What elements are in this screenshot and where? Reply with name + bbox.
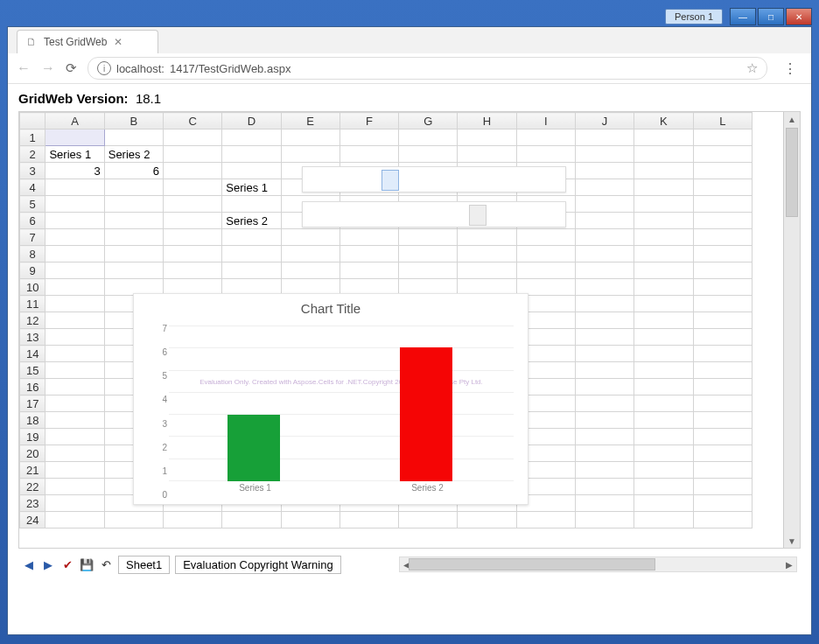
row-header[interactable]: 20 xyxy=(20,445,46,462)
cell-A19[interactable] xyxy=(46,429,104,445)
cell-I7[interactable] xyxy=(516,229,575,246)
prev-sheet-button[interactable]: ◀ xyxy=(22,557,36,571)
cell-F2[interactable] xyxy=(340,146,398,163)
cell-L18[interactable] xyxy=(693,412,752,429)
cell-K5[interactable] xyxy=(634,196,693,213)
cell-A5[interactable] xyxy=(46,196,104,213)
cell-J9[interactable] xyxy=(575,262,634,279)
cell-J2[interactable] xyxy=(575,146,634,163)
cell-B8[interactable] xyxy=(104,246,163,262)
cell-A15[interactable] xyxy=(46,362,104,379)
cell-J24[interactable] xyxy=(575,512,634,528)
cell-A8[interactable] xyxy=(46,246,104,262)
cell-L5[interactable] xyxy=(693,196,752,213)
cell-L22[interactable] xyxy=(693,479,752,495)
cell-J13[interactable] xyxy=(575,329,634,346)
bookmark-icon[interactable]: ☆ xyxy=(746,60,758,76)
cell-K7[interactable] xyxy=(634,229,693,246)
cell-E8[interactable] xyxy=(281,246,340,262)
cell-B5[interactable] xyxy=(104,196,163,213)
cell-L3[interactable] xyxy=(693,163,752,179)
cell-J14[interactable] xyxy=(575,346,634,362)
cell-K22[interactable] xyxy=(634,479,693,495)
mini-chart-series2[interactable] xyxy=(302,201,566,228)
cell-G9[interactable] xyxy=(399,262,458,279)
cell-C24[interactable] xyxy=(164,512,222,528)
scroll-right-icon[interactable]: ▶ xyxy=(782,557,796,571)
cell-K10[interactable] xyxy=(634,279,693,296)
cell-K15[interactable] xyxy=(634,362,693,379)
cell-G7[interactable] xyxy=(399,229,458,246)
cell-E24[interactable] xyxy=(281,512,340,528)
column-header[interactable]: D xyxy=(222,113,281,130)
cell-I8[interactable] xyxy=(516,246,575,262)
vertical-scrollbar[interactable]: ▲ ▼ xyxy=(783,112,800,548)
row-header[interactable]: 16 xyxy=(20,379,46,396)
cell-L12[interactable] xyxy=(693,312,752,329)
row-header[interactable]: 7 xyxy=(20,229,46,246)
row-header[interactable]: 24 xyxy=(20,512,46,528)
column-header[interactable]: F xyxy=(340,113,398,130)
cell-K4[interactable] xyxy=(634,179,693,196)
cell-F9[interactable] xyxy=(340,262,398,279)
cell-L11[interactable] xyxy=(693,296,752,312)
cell-J19[interactable] xyxy=(575,429,634,445)
row-header[interactable]: 17 xyxy=(20,396,46,412)
save-button[interactable]: 💾 xyxy=(80,557,94,571)
cell-A14[interactable] xyxy=(46,346,104,362)
cell-K2[interactable] xyxy=(634,146,693,163)
cell-A1[interactable] xyxy=(46,130,104,146)
cell-L16[interactable] xyxy=(693,379,752,396)
cell-B7[interactable] xyxy=(104,229,163,246)
menu-button[interactable]: ⋮ xyxy=(778,60,802,77)
cell-A17[interactable] xyxy=(46,396,104,412)
cell-L15[interactable] xyxy=(693,362,752,379)
cell-A4[interactable] xyxy=(46,179,104,196)
cell-J4[interactable] xyxy=(575,179,634,196)
cell-K3[interactable] xyxy=(634,163,693,179)
cell-K9[interactable] xyxy=(634,262,693,279)
cell-K24[interactable] xyxy=(634,512,693,528)
cell-J17[interactable] xyxy=(575,396,634,412)
cell-E1[interactable] xyxy=(281,130,340,146)
column-header[interactable]: E xyxy=(281,113,340,130)
cell-D4[interactable]: Series 1 xyxy=(222,179,281,196)
cell-B24[interactable] xyxy=(104,512,163,528)
cell-D9[interactable] xyxy=(222,262,281,279)
cell-K14[interactable] xyxy=(634,346,693,362)
cell-K18[interactable] xyxy=(634,412,693,429)
cell-L9[interactable] xyxy=(693,262,752,279)
cell-H2[interactable] xyxy=(458,146,516,163)
cell-J1[interactable] xyxy=(575,130,634,146)
cell-D24[interactable] xyxy=(222,512,281,528)
cell-H9[interactable] xyxy=(458,262,516,279)
row-header[interactable]: 3 xyxy=(20,163,46,179)
cell-I1[interactable] xyxy=(516,130,575,146)
cell-E7[interactable] xyxy=(281,229,340,246)
hscroll-thumb[interactable] xyxy=(409,558,655,570)
cell-K1[interactable] xyxy=(634,130,693,146)
row-header[interactable]: 15 xyxy=(20,362,46,379)
cell-J5[interactable] xyxy=(575,196,634,213)
mini-chart-series1[interactable] xyxy=(302,166,566,192)
back-button[interactable]: ← xyxy=(17,60,31,76)
cell-J6[interactable] xyxy=(575,213,634,229)
cell-A6[interactable] xyxy=(46,213,104,229)
row-header[interactable]: 5 xyxy=(20,196,46,213)
column-header[interactable]: L xyxy=(693,113,752,130)
cell-L13[interactable] xyxy=(693,329,752,346)
cell-C2[interactable] xyxy=(164,146,222,163)
cell-F7[interactable] xyxy=(340,229,398,246)
cell-A10[interactable] xyxy=(46,279,104,296)
cell-B9[interactable] xyxy=(104,262,163,279)
cell-H7[interactable] xyxy=(458,229,516,246)
cell-L4[interactable] xyxy=(693,179,752,196)
cell-L10[interactable] xyxy=(693,279,752,296)
cell-L1[interactable] xyxy=(693,130,752,146)
cell-L21[interactable] xyxy=(693,462,752,479)
cell-A11[interactable] xyxy=(46,296,104,312)
row-header[interactable]: 13 xyxy=(20,329,46,346)
cell-A13[interactable] xyxy=(46,329,104,346)
row-header[interactable]: 19 xyxy=(20,429,46,445)
os-close-button[interactable]: ✕ xyxy=(786,8,812,25)
